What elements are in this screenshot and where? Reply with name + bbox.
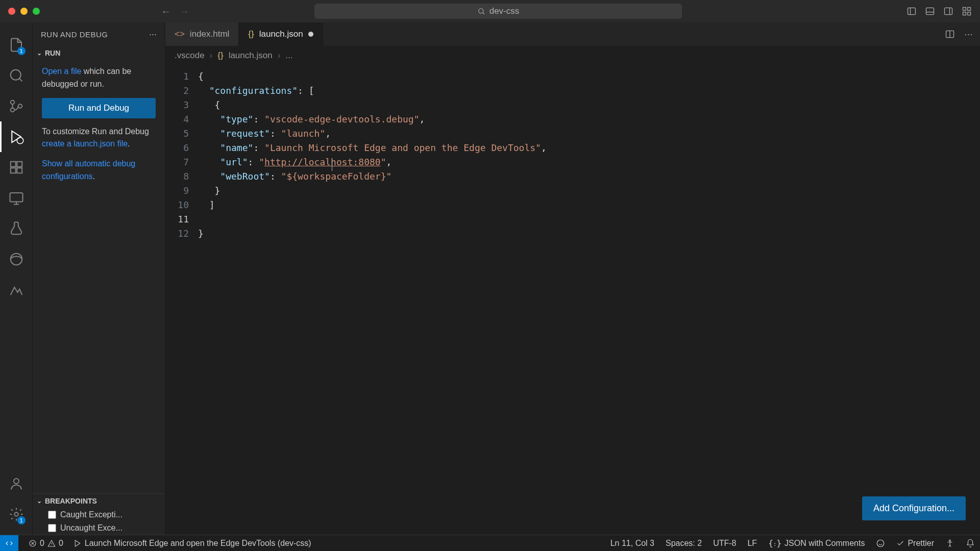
layout-panel-icon[interactable]	[925, 6, 935, 16]
breakpoints-header[interactable]: ⌄ BREAKPOINTS	[33, 494, 165, 508]
breadcrumb-sep-icon: ›	[210, 51, 213, 61]
activity-bottom: 1	[0, 468, 33, 530]
breadcrumb-folder[interactable]: .vscode	[175, 51, 205, 61]
minimize-window-button[interactable]	[20, 8, 28, 15]
run-section-header[interactable]: ⌄ RUN	[33, 46, 165, 60]
search-activity-icon[interactable]	[0, 60, 33, 91]
svg-rect-2	[926, 8, 934, 14]
encoding[interactable]: UTF-8	[713, 539, 736, 548]
create-launch-json-link[interactable]: create a launch.json file	[42, 139, 128, 148]
command-center[interactable]: dev-css	[314, 4, 682, 19]
edge-tools-icon[interactable]	[0, 244, 33, 274]
remote-indicator[interactable]	[0, 535, 18, 551]
line-number: 6	[165, 141, 189, 155]
explorer-badge: 1	[17, 47, 26, 55]
breakpoint-uncaught-exceptions[interactable]: Uncaught Exce...	[33, 521, 165, 535]
code-token: "url"	[220, 157, 248, 167]
chevron-down-icon: ⌄	[37, 49, 42, 57]
code-editor[interactable]: 1 2 3 4 5 6 7 8 9 10 11 12 { "configurat…	[165, 65, 980, 535]
tab-index-html-label: index.html	[190, 29, 229, 39]
more-icon[interactable]: ⋯	[149, 30, 157, 39]
editor-tabs: <> index.html {} launch.json ⋯	[165, 22, 980, 46]
back-icon[interactable]: ←	[161, 6, 171, 17]
accessibility-icon[interactable]	[945, 539, 954, 548]
svg-point-12	[17, 137, 23, 144]
maximize-window-button[interactable]	[33, 8, 40, 15]
cursor-position[interactable]: Ln 11, Col 3	[610, 539, 654, 548]
layout-grid-icon[interactable]	[962, 6, 972, 16]
line-number: 5	[165, 127, 189, 141]
svg-rect-16	[17, 168, 22, 173]
close-window-button[interactable]	[8, 8, 15, 15]
dirty-indicator-icon	[308, 32, 313, 37]
more-actions-icon[interactable]: ⋯	[964, 29, 973, 40]
tab-launch-json-label: launch.json	[259, 29, 303, 39]
titlebar: ← → dev-css	[0, 0, 980, 22]
line-number: 9	[165, 184, 189, 198]
bp-caught-label: Caught Excepti...	[60, 510, 122, 519]
prettier-indicator[interactable]: Prettier	[896, 539, 934, 548]
run-body: Open a file which can be debugged or run…	[33, 60, 165, 195]
breadcrumb-file[interactable]: launch.json	[229, 51, 273, 61]
explorer-icon[interactable]: 1	[0, 30, 33, 60]
tab-index-html[interactable]: <> index.html	[165, 22, 239, 46]
testing-icon[interactable]	[0, 213, 33, 244]
svg-rect-1	[908, 8, 916, 14]
add-configuration-button[interactable]: Add Configuration...	[862, 496, 966, 520]
bp-uncaught-checkbox[interactable]	[48, 524, 56, 532]
code-token: "	[259, 157, 264, 167]
settings-badge: 1	[17, 516, 26, 524]
workspace-name: dev-css	[489, 6, 520, 16]
activity-bar: 1 1	[0, 22, 33, 535]
forward-icon[interactable]: →	[179, 6, 189, 17]
bell-icon[interactable]	[966, 539, 975, 548]
split-editor-icon[interactable]	[945, 29, 955, 39]
settings-gear-icon[interactable]: 1	[0, 499, 33, 530]
remote-explorer-icon[interactable]	[0, 183, 33, 213]
warning-count: 0	[59, 539, 63, 548]
open-file-link[interactable]: Open a file	[42, 67, 81, 76]
error-count: 0	[40, 539, 44, 548]
indentation[interactable]: Spaces: 2	[666, 539, 702, 548]
show-automatic-configs-link[interactable]: Show all automatic debug configurations	[42, 159, 135, 181]
code-token: {	[215, 99, 220, 110]
tab-bar-actions: ⋯	[945, 22, 980, 46]
code-token: {	[198, 71, 204, 82]
svg-rect-7	[968, 12, 971, 15]
layout-sidebar-right-icon[interactable]	[943, 6, 953, 16]
line-number: 12	[165, 227, 189, 241]
source-control-icon[interactable]	[0, 91, 33, 121]
problems-indicator[interactable]: 0 0	[29, 539, 63, 548]
tab-launch-json[interactable]: {} launch.json	[239, 22, 323, 46]
code-token: "configurations"	[209, 85, 298, 96]
language-mode[interactable]: {:} JSON with Comments	[768, 538, 865, 548]
extensions-icon[interactable]	[0, 152, 33, 183]
feedback-icon[interactable]	[876, 539, 885, 548]
code-token: }	[215, 185, 220, 196]
breakpoints-section: ⌄ BREAKPOINTS Caught Excepti... Uncaught…	[33, 493, 165, 535]
prettier-label: Prettier	[908, 539, 934, 548]
run-and-debug-button[interactable]: Run and Debug	[42, 98, 156, 118]
svg-point-0	[478, 9, 483, 13]
run-debug-sidebar: RUN AND DEBUG ⋯ ⌄ RUN Open a file which …	[33, 22, 165, 535]
code-token: "vscode-edge-devtools.debug"	[264, 114, 419, 124]
breadcrumb-symbol[interactable]: ...	[285, 51, 292, 61]
json-file-icon: {}	[248, 29, 254, 39]
code-content[interactable]: { "configurations": [ { "type": "vscode-…	[198, 65, 980, 535]
layout-sidebar-left-icon[interactable]	[906, 6, 917, 16]
run-debug-icon[interactable]	[0, 121, 33, 152]
code-token: ]	[209, 199, 215, 210]
bp-caught-checkbox[interactable]	[48, 511, 56, 519]
svg-point-11	[18, 104, 22, 108]
svg-rect-6	[963, 12, 966, 15]
debug-launch-config[interactable]: Launch Microsoft Edge and open the Edge …	[74, 539, 311, 548]
check-icon	[896, 539, 904, 547]
accounts-icon[interactable]	[0, 468, 33, 499]
eol[interactable]: LF	[747, 539, 757, 548]
svg-rect-14	[17, 162, 22, 167]
sidebar-title: RUN AND DEBUG	[41, 30, 108, 39]
launch-config-label: Launch Microsoft Edge and open the Edge …	[85, 539, 311, 548]
svg-rect-5	[968, 8, 971, 11]
performance-icon[interactable]	[0, 274, 33, 305]
breakpoint-caught-exceptions[interactable]: Caught Excepti...	[33, 508, 165, 521]
